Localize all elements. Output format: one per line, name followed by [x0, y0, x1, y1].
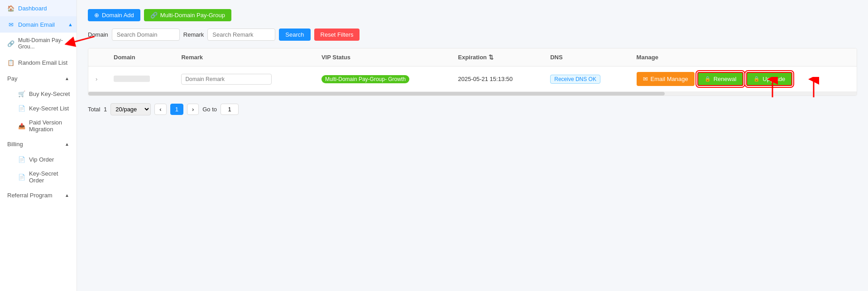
group-label: Referral Program: [7, 192, 53, 199]
goto-input[interactable]: [221, 104, 239, 115]
remark-cell[interactable]: [174, 67, 314, 92]
sidebar-item-label: Vip Order: [29, 156, 54, 163]
next-page-button[interactable]: ›: [187, 104, 199, 115]
billing-group-header[interactable]: Billing ▲: [0, 136, 77, 152]
renewal-wrapper: 🔒 Renewal: [697, 72, 744, 86]
sidebar-item-label: Dashboard: [18, 5, 47, 12]
plus-icon: ⊕: [94, 12, 99, 19]
main-content: ⊕ Domain Add 🔗 Multi-Domain Pay-Group Do…: [77, 0, 868, 291]
col-dns: DNS: [543, 48, 629, 67]
referral-group-header[interactable]: Referral Program ▲: [0, 187, 77, 203]
toolbar: ⊕ Domain Add 🔗 Multi-Domain Pay-Group: [88, 9, 857, 21]
sidebar-item-label: Buy Key-Secret: [29, 91, 70, 97]
pay-group-header[interactable]: Pay ▲: [0, 71, 77, 86]
sidebar-item-multi-domain[interactable]: 🔗 Multi-Domain Pay-Grou...: [0, 33, 77, 54]
dns-badge: Receive DNS OK: [550, 75, 600, 84]
domain-cell: [106, 67, 174, 92]
sidebar-item-label: Paid Version Migration: [29, 119, 73, 133]
reset-filters-button[interactable]: Reset Filters: [314, 29, 360, 41]
remark-search-input[interactable]: [207, 29, 275, 41]
col-expiration: Expiration ⇅: [451, 48, 543, 67]
scrollbar-thumb[interactable]: [88, 92, 665, 95]
domain-table: Domain Remark VIP Status Expiration ⇅ DN…: [88, 48, 857, 96]
lock-icon: 🔒: [705, 76, 711, 82]
link-icon: 🔗: [150, 12, 158, 19]
sidebar-item-label: Random Email List: [18, 59, 67, 66]
email-icon: ✉: [643, 76, 648, 82]
doc-icon: 📄: [18, 173, 25, 181]
dns-cell: Receive DNS OK: [543, 67, 629, 92]
renewal-button[interactable]: 🔒 Renewal: [697, 72, 744, 86]
col-remark: Remark: [174, 48, 314, 67]
remark-input[interactable]: [181, 74, 272, 85]
doc-icon: 📄: [18, 156, 25, 163]
sidebar-item-label: Domain Email: [18, 21, 55, 28]
sidebar-item-paid-version[interactable]: 📤 Paid Version Migration: [14, 115, 77, 136]
col-vip-status: VIP Status: [314, 48, 451, 67]
page-1-button[interactable]: 1: [170, 104, 183, 115]
domain-search-input[interactable]: [112, 29, 180, 41]
pay-group-items: 🛒 Buy Key-Secret 📄 Key-Secret List 📤 Pai…: [0, 86, 77, 136]
sidebar-item-label: Key-Secret List: [29, 105, 69, 112]
table-row: › Multi-Domain Pay-Group- Growth 2025-05…: [88, 67, 857, 92]
col-domain-name: Domain: [106, 48, 174, 67]
active-arrow: ▲: [68, 22, 73, 27]
lock-icon: 🔒: [753, 76, 760, 82]
link-icon: 🔗: [7, 40, 14, 47]
chevron-up-icon: ▲: [65, 193, 69, 198]
chevron-up-icon: ▲: [65, 142, 69, 147]
sidebar-item-vip-order[interactable]: 📄 Vip Order: [14, 152, 77, 167]
vip-status-cell: Multi-Domain Pay-Group- Growth: [314, 67, 451, 92]
content-area: ⊕ Domain Add 🔗 Multi-Domain Pay-Group Do…: [77, 0, 868, 291]
prev-page-button[interactable]: ‹: [154, 104, 166, 115]
sidebar: 🏠 Dashboard ✉ Domain Email ▲ 🔗 Multi-Dom…: [0, 0, 77, 291]
sidebar-item-label: Key-Secret Order: [29, 170, 73, 184]
action-buttons: ✉ Email Manage 🔒 Renewal: [637, 72, 849, 86]
remark-filter-label: Remark: [183, 31, 204, 38]
doc-icon: 📄: [18, 105, 25, 112]
email-manage-button[interactable]: ✉ Email Manage: [637, 72, 695, 86]
upgrade-wrapper: 🔒 Upgrade: [746, 72, 792, 86]
group-label: Billing: [7, 141, 23, 148]
chevron-up-icon: ▲: [65, 76, 69, 81]
billing-group-items: 📄 Vip Order 📄 Key-Secret Order: [0, 152, 77, 187]
filter-row: Domain Remark Search Reset Filters: [88, 29, 857, 41]
group-label: Pay: [7, 75, 17, 82]
email-icon: ✉: [7, 21, 14, 28]
vip-status-badge: Multi-Domain Pay-Group- Growth: [321, 75, 409, 83]
search-button[interactable]: Search: [279, 29, 310, 41]
upgrade-button[interactable]: 🔒 Upgrade: [746, 72, 792, 86]
goto-label: Go to: [202, 106, 217, 113]
col-domain: [88, 48, 106, 67]
domain-filter-label: Domain: [88, 31, 108, 38]
multi-domain-button[interactable]: 🔗 Multi-Domain Pay-Group: [144, 9, 231, 21]
horizontal-scrollbar[interactable]: [88, 92, 857, 95]
sidebar-item-key-secret-order[interactable]: 📄 Key-Secret Order: [14, 167, 77, 187]
sidebar-item-buy-key[interactable]: 🛒 Buy Key-Secret: [14, 86, 77, 101]
pagination: Total 1 20/page 50/page 100/page ‹ 1 › G…: [88, 103, 857, 115]
sidebar-item-domain-email[interactable]: ✉ Domain Email ▲: [0, 16, 77, 33]
per-page-select[interactable]: 20/page 50/page 100/page: [110, 103, 151, 115]
sidebar-item-random-email[interactable]: 📋 Random Email List: [0, 54, 77, 71]
col-manage: Manage: [629, 48, 857, 67]
cart-icon: 🛒: [18, 90, 25, 97]
domain-add-button[interactable]: ⊕ Domain Add: [88, 9, 140, 21]
expand-cell[interactable]: ›: [88, 67, 106, 92]
manage-cell: ✉ Email Manage 🔒 Renewal: [629, 67, 857, 92]
table-header-row: Domain Remark VIP Status Expiration ⇅ DN…: [88, 48, 857, 67]
total-label: Total 1: [88, 106, 107, 113]
expiration-cell: 2025-05-21 15:13:50: [451, 67, 543, 92]
sidebar-item-label: Multi-Domain Pay-Grou...: [18, 37, 69, 50]
dashboard-icon: 🏠: [7, 5, 14, 12]
upload-icon: 📤: [18, 122, 25, 129]
sidebar-item-key-secret-list[interactable]: 📄 Key-Secret List: [14, 101, 77, 115]
sidebar-item-dashboard[interactable]: 🏠 Dashboard: [0, 0, 77, 16]
domain-value-placeholder: [114, 76, 150, 82]
list-icon: 📋: [7, 59, 14, 66]
